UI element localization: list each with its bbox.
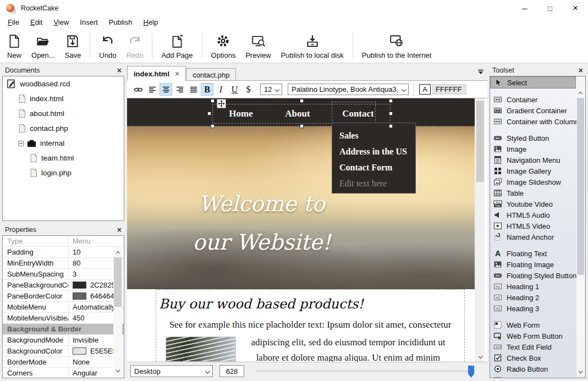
scroll-down-icon[interactable] [113,366,122,376]
submenu-item-address-in-the-us[interactable]: Address in the US [332,143,415,159]
toolset-item-html5-video[interactable]: HTML5 Video [490,220,585,231]
scroll-up-icon[interactable] [113,247,122,257]
toolset-item-check-box[interactable]: Check Box [490,352,585,363]
toolset-item-radio-button[interactable]: Radio Button [490,363,585,374]
toolset-item-floating-styled-button[interactable]: abcFloating Styled Button [490,270,585,281]
hyperlink-icon[interactable] [132,83,145,96]
selection-handle[interactable] [300,99,304,103]
bold-button[interactable]: B [201,83,213,96]
waterfall-image[interactable] [166,336,236,362]
toolset-item-image-gallery[interactable]: Image Gallery [490,165,585,176]
tree-item-woodbased-rcd[interactable]: woodbased.rcd [3,76,124,91]
toolset-item-heading-3[interactable]: H3Heading 3 [490,303,585,314]
toolset-item-heading-1[interactable]: H1Heading 1 [490,281,585,292]
align-center-icon[interactable] [160,83,172,96]
close-button[interactable]: × [563,0,588,16]
toolbar-button-add-page[interactable]: Add Page [156,31,197,60]
toolbar-button-options[interactable]: Options [206,31,241,60]
toolset-item-container[interactable]: Container [490,94,585,105]
toolset-item-styled-button[interactable]: abcStyled Button [490,132,585,143]
toolset-item-select[interactable]: Select [490,76,576,89]
property-row-submenuspacing[interactable]: SubMenuSpacing3 [3,269,124,280]
toolbar-button-preview[interactable]: Preview [240,31,276,60]
toolbar-button-redo[interactable]: Redo [121,31,148,60]
align-right-icon[interactable] [173,83,186,96]
tab-close-icon[interactable]: × [175,69,179,78]
toolbar-button-publish-to-local-disk[interactable]: Publish to local disk [276,31,349,60]
tab-contact-php[interactable]: contact.php [186,68,236,81]
toolset-scrollbar[interactable] [576,88,585,377]
toolset-item-floating-text[interactable]: AFloating Text [490,248,585,259]
selection-handle[interactable] [389,124,393,128]
device-select[interactable]: Desktop [130,365,213,377]
page-width-field[interactable]: 628 [219,365,244,377]
italic-button[interactable]: I [215,83,227,96]
selection-handle[interactable] [211,99,215,103]
toolset-item-heading-2[interactable]: H2Heading 2 [490,292,585,303]
text-color-button[interactable]: A [419,84,431,95]
menu-publish[interactable]: Publish [103,16,138,29]
toolset-item-navigation-menu[interactable]: Navigation Menu [490,154,585,165]
toolset-item-web-form[interactable]: Web Form [490,319,585,330]
submenu-item-sales[interactable]: Sales [332,128,415,143]
toolset-item-html5-audio[interactable]: HTML5 Audio [490,209,585,220]
toolset-item-table[interactable]: Table [490,187,585,198]
toolset-item-combo-box[interactable]: Combo Box [490,374,585,378]
menu-help[interactable]: Help [138,16,163,29]
hero-image[interactable]: Welcome to our Website! [127,126,475,289]
scroll-up-icon[interactable] [576,88,585,97]
selection-handle[interactable] [207,112,211,115]
tree-item-contact-php[interactable]: contact.php [3,121,124,136]
toolset-item-image-slideshow[interactable]: Image Slideshow [490,176,585,187]
currency-button[interactable]: $ [242,83,255,96]
scrollbar-thumb[interactable] [114,257,122,307]
align-left-icon[interactable] [146,83,158,96]
property-row-minentrywidth[interactable]: MinEntryWidth80 [3,258,124,269]
properties-scrollbar[interactable] [113,247,122,376]
maximize-button[interactable]: □ [537,0,563,16]
property-row-backgroundcolor[interactable]: BackgroundColorE5E5E5 [3,346,124,357]
tab-list-chevron-icon[interactable] [477,68,484,76]
toolset-item-gradient-container[interactable]: Gradient Container [490,105,585,116]
toolset-close-icon[interactable]: × [579,67,583,74]
documents-close-icon[interactable]: × [117,67,122,74]
content-paragraph-line2[interactable]: adipiscing elit, sed do eiusmod tempor i… [232,337,465,348]
minimize-button[interactable]: ─ [512,0,537,16]
hero-text-line2[interactable]: our Website! [141,230,383,255]
menu-insert[interactable]: Insert [74,16,103,29]
tree-item-login-php[interactable]: login.php [3,165,124,180]
toolbar-button-save[interactable]: Save [60,31,86,60]
property-row-corners[interactable]: CornersAngular [3,368,124,378]
scrollbar-thumb[interactable] [476,101,484,182]
property-row-panebordercolor[interactable]: PaneBorderColor646464 [3,291,124,302]
collapse-icon[interactable] [18,141,24,146]
selection-handle[interactable] [300,124,304,128]
toolbar-button-new[interactable]: New [2,31,26,60]
scroll-down-icon[interactable] [476,352,485,362]
scrollbar-thumb[interactable] [577,98,584,275]
hero-text-line1[interactable]: Welcome to [141,191,383,216]
tree-item-team-html[interactable]: team.html [3,151,124,165]
toolset-item-text-edit-field[interactable]: ablText Edit Field [490,341,585,352]
design-canvas[interactable]: HomeAboutContact Welcome to our Website!… [127,98,487,362]
font-size-select[interactable]: 12 [260,84,282,95]
menu-file[interactable]: File [2,16,25,29]
site-nav-home[interactable]: Home [229,108,252,119]
editor-scrollbar[interactable] [475,90,485,362]
tree-item-about-html[interactable]: about.html [3,106,124,121]
property-row-mobilemenu[interactable]: MobileMenuAutomatically G [3,302,124,313]
menu-edit[interactable]: Edit [25,16,48,29]
selection-handle[interactable] [389,112,393,115]
selection-handle[interactable] [389,99,393,103]
contact-submenu[interactable]: SalesAddress in the USContact FormEdit t… [332,123,416,194]
slider-thumb[interactable] [468,366,474,378]
content-paragraph-line1[interactable]: See for example this nice placholder tex… [156,319,465,330]
selection-handle[interactable] [211,124,215,128]
toolbar-button-open[interactable]: Open... [26,31,60,60]
toolbar-button-publish-to-the-internet[interactable]: Publish to the Internet [357,31,436,60]
scroll-down-icon[interactable] [576,367,585,377]
property-row-padding[interactable]: Padding10 [3,247,124,258]
submenu-item-contact-form[interactable]: Contact Form [332,159,415,175]
tree-item-internal[interactable]: internal [3,136,124,151]
content-heading[interactable]: Buy our wood based products! [159,296,364,312]
